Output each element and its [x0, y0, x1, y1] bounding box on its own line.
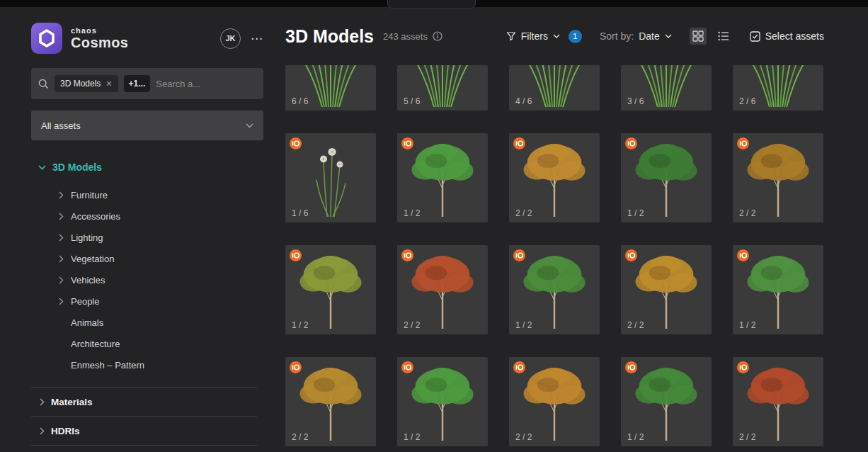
sidebar-nav-item-label: Animals — [71, 317, 103, 328]
asset-card[interactable]: 2 / 2 — [733, 133, 823, 222]
asset-variant-count: 1 / 2 — [627, 432, 644, 442]
grid-view-icon — [692, 30, 704, 42]
all-assets-dropdown-value: All assets — [41, 120, 81, 131]
asset-card[interactable]: 1 / 6 — [285, 133, 376, 222]
asset-card[interactable]: 1 / 2 — [621, 133, 712, 222]
nav-root-label: 3D Models — [52, 162, 102, 173]
asset-variant-count: 2 / 2 — [292, 432, 308, 442]
asset-card[interactable]: 2 / 2 — [397, 245, 488, 334]
asset-card[interactable]: 1 / 2 — [397, 133, 488, 222]
select-assets-label: Select assets — [765, 30, 824, 42]
cosmos-pack-badge-icon — [290, 249, 302, 261]
all-assets-dropdown[interactable]: All assets — [31, 111, 263, 140]
asset-variant-count: 1 / 2 — [292, 320, 308, 330]
filters-count-badge: 1 — [569, 30, 582, 43]
brand-top-label: chaos — [71, 26, 128, 35]
sidebar-nav-item[interactable]: Architecture — [31, 333, 263, 354]
cosmos-pack-badge-icon — [625, 137, 637, 149]
chevron-right-icon — [59, 298, 71, 305]
asset-card[interactable]: 1 / 2 — [397, 357, 488, 446]
asset-card[interactable]: 6 / 6 — [285, 65, 376, 111]
chevron-right-icon — [40, 398, 45, 406]
sidebar-section-row[interactable]: Materials — [31, 388, 263, 416]
sidebar-nav-item[interactable]: Accessories — [31, 205, 263, 227]
asset-card[interactable]: 2 / 2 — [621, 245, 712, 334]
view-toggle — [690, 28, 732, 45]
search-bar[interactable]: 3D Models ✕ +1... — [31, 68, 263, 99]
asset-card[interactable]: 3 / 6 — [621, 65, 712, 111]
sidebar-nav-item[interactable]: People — [31, 290, 263, 312]
sidebar-section-row[interactable]: Collections — [31, 446, 263, 452]
sidebar-section: Materials — [31, 387, 263, 416]
cosmos-pack-badge-icon — [290, 137, 302, 149]
sidebar-nav-item[interactable]: Vehicles — [31, 269, 263, 290]
grid-view-button[interactable] — [690, 28, 707, 45]
chevron-down-icon — [665, 34, 672, 38]
sidebar-section-row[interactable]: HDRIs — [31, 417, 263, 445]
sort-dropdown[interactable]: Sort by: Date — [600, 30, 672, 42]
info-icon[interactable] — [433, 31, 442, 41]
asset-variant-count: 2 / 2 — [739, 208, 755, 218]
cosmos-pack-badge-icon — [625, 361, 637, 373]
asset-card[interactable]: 2 / 2 — [733, 357, 823, 446]
cosmos-pack-badge-icon — [401, 137, 413, 149]
sidebar-nav-item[interactable]: Vegetation — [31, 248, 263, 269]
asset-card[interactable]: 2 / 6 — [733, 65, 823, 111]
asset-variant-count: 1 / 2 — [404, 208, 420, 218]
asset-variant-count: 2 / 2 — [515, 432, 532, 442]
sort-value: Date — [639, 30, 660, 42]
asset-card[interactable]: 5 / 6 — [397, 65, 488, 111]
asset-card[interactable]: 2 / 2 — [509, 133, 600, 222]
cosmos-pack-badge-icon — [737, 361, 749, 373]
sidebar-nav: 3D Models Furniture Accessories Lighting… — [31, 162, 263, 452]
sidebar-nav-item-label: People — [71, 296, 99, 307]
more-menu-button[interactable]: ⋯ — [251, 31, 263, 46]
search-filter-chip[interactable]: 3D Models ✕ — [55, 75, 118, 92]
asset-variant-count: 5 / 6 — [404, 96, 420, 106]
sort-label: Sort by: — [600, 30, 634, 42]
sidebar-nav-item-label: Furniture — [71, 190, 108, 200]
asset-variant-count: 2 / 2 — [627, 320, 644, 330]
chevron-right-icon — [59, 255, 71, 263]
asset-card[interactable]: 1 / 2 — [285, 245, 376, 334]
sidebar-section-label: Materials — [51, 397, 93, 407]
asset-card[interactable]: 2 / 2 — [285, 357, 376, 446]
filter-funnel-icon — [506, 31, 516, 41]
chip-close-icon[interactable]: ✕ — [105, 79, 112, 89]
sidebar-nav-item[interactable]: Enmesh – Pattern — [31, 354, 263, 375]
chaos-cosmos-logo[interactable] — [31, 23, 62, 54]
sidebar-nav-item-label: Architecture — [71, 339, 120, 349]
filters-button[interactable]: Filters 1 — [506, 30, 582, 43]
asset-count: 243 assets — [383, 31, 428, 42]
asset-card[interactable]: 2 / 2 — [509, 357, 600, 446]
main-header: 3D Models 243 assets Filters 1 Sort — [285, 7, 824, 65]
sidebar: chaos Cosmos JK ⋯ 3D Models ✕ +1... All … — [0, 7, 273, 452]
chevron-down-icon — [246, 123, 253, 128]
chevron-right-icon — [59, 234, 71, 242]
sidebar-nav-item-label: Accessories — [71, 211, 120, 222]
brand: chaos Cosmos — [71, 26, 128, 50]
asset-variant-count: 4 / 6 — [515, 96, 532, 106]
top-notch — [387, 0, 476, 9]
sidebar-nav-item[interactable]: Lighting — [31, 227, 263, 248]
asset-card[interactable]: 1 / 2 — [509, 245, 600, 334]
nav-root-3d-models[interactable]: 3D Models — [31, 162, 263, 173]
select-assets-button[interactable]: Select assets — [750, 30, 824, 42]
cosmos-pack-badge-icon — [401, 249, 413, 261]
select-checkbox-icon — [750, 31, 760, 42]
asset-card[interactable]: 1 / 2 — [733, 245, 823, 334]
user-avatar[interactable]: JK — [220, 28, 241, 49]
asset-card[interactable]: 1 / 2 — [621, 357, 712, 446]
filters-label: Filters — [521, 30, 548, 42]
list-view-button[interactable] — [715, 28, 732, 44]
sidebar-nav-item[interactable]: Animals — [31, 312, 263, 333]
search-more-filters-chip[interactable]: +1... — [124, 75, 151, 92]
search-input[interactable] — [156, 79, 221, 89]
sidebar-nav-item[interactable]: Furniture — [31, 184, 263, 205]
asset-variant-count: 1 / 2 — [627, 208, 644, 218]
asset-variant-count: 2 / 2 — [739, 432, 755, 442]
asset-variant-count: 6 / 6 — [292, 96, 308, 106]
asset-card[interactable]: 4 / 6 — [509, 65, 600, 111]
asset-variant-count: 2 / 6 — [739, 96, 755, 106]
asset-variant-count: 3 / 6 — [627, 96, 644, 106]
